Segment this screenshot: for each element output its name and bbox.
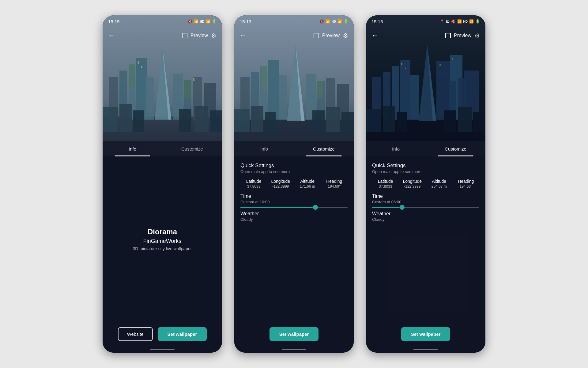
coord-altitude-3: Altitude 264.07 m (426, 179, 453, 189)
time-slider-2[interactable] (240, 207, 348, 208)
tab-info-2[interactable]: Info (234, 141, 294, 156)
coord-label-alt-3: Altitude (426, 179, 453, 184)
preview-checkbox-3[interactable] (445, 33, 451, 38)
coord-label-head-2: Heading (321, 179, 348, 184)
weather-value-2: Cloudy (240, 217, 348, 222)
slider-fill-3 (372, 207, 402, 208)
tab-bar-1: Info Customize (103, 141, 222, 156)
status-icons-1: 🔇 📶 HD 📶 🔋 (188, 19, 217, 24)
coord-latitude-2: Latitude 37.8033 (240, 179, 267, 189)
slider-fill-2 (240, 207, 315, 208)
home-bar-1 (150, 349, 175, 350)
tab-customize-1[interactable]: Customize (162, 141, 222, 156)
signal-icon-1: 📶 (206, 19, 210, 24)
status-icons-3: 📍 🖼 🔇 📶 HD 📶 🔋 (440, 19, 480, 24)
time-setting-2: Time Custom at 16:00 (240, 194, 348, 208)
tab-customize-3[interactable]: Customize (426, 141, 485, 156)
tab-info-3[interactable]: Info (366, 141, 426, 156)
weather-setting-3: Weather Cloudy (372, 211, 479, 222)
bottom-bar-3: Set wallpaper (366, 322, 485, 346)
app-bar-3: ← Preview ⚙ (366, 28, 485, 44)
svg-rect-16 (179, 109, 191, 132)
hd-badge-2: HD (332, 20, 336, 23)
set-wallpaper-button-1[interactable]: Set wallpaper (158, 327, 207, 341)
svg-rect-29 (268, 60, 279, 120)
svg-rect-37 (234, 109, 250, 132)
app-developer-1: FinGameWorks (143, 238, 182, 244)
preview-checkbox-2[interactable] (314, 33, 319, 38)
app-bar-2: ← Preview ⚙ (234, 28, 354, 44)
home-indicator-1 (103, 346, 222, 353)
website-button-1[interactable]: Website (118, 327, 153, 341)
back-button-3[interactable]: ← (371, 32, 378, 40)
coord-label-lon-2: Longitude (267, 179, 294, 184)
status-bar-1: 15:15 🔇 📶 HD 📶 🔋 (103, 15, 222, 28)
set-wallpaper-button-3[interactable]: Set wallpaper (401, 327, 450, 341)
bottom-bar-2: Set wallpaper (234, 322, 354, 346)
weather-label-2: Weather (240, 211, 348, 217)
hd-badge-3: HD (463, 20, 468, 23)
coord-value-lon-2: -122.3999 (267, 184, 294, 189)
wifi-icon-3: 📶 (457, 19, 462, 24)
status-bar-3: 15:13 📍 🖼 🔇 📶 HD 📶 🔋 (366, 15, 485, 28)
time-value-3: Custom at 06:00 (372, 200, 479, 204)
coord-latitude-3: Latitude 37.8033 (372, 179, 399, 189)
section-title-2: Quick Settings (240, 163, 348, 169)
svg-rect-64 (473, 112, 485, 132)
status-time-1: 15:15 (108, 19, 120, 24)
svg-rect-42 (341, 112, 354, 132)
preview-checkbox-1[interactable] (182, 33, 187, 38)
settings-icon-2[interactable]: ⚙ (343, 32, 348, 39)
time-slider-3[interactable] (372, 207, 479, 208)
svg-rect-67 (452, 58, 453, 60)
svg-rect-41 (326, 107, 340, 132)
coord-heading-3: Heading 194.63° (453, 179, 480, 189)
slider-thumb-3[interactable] (400, 205, 405, 210)
home-indicator-2 (234, 346, 354, 353)
weather-label-3: Weather (372, 211, 479, 217)
slider-thumb-2[interactable] (313, 205, 318, 210)
status-time-2: 15:13 (240, 19, 251, 24)
section-title-3: Quick Settings (372, 163, 479, 169)
coord-longitude-3: Longitude -122.3999 (399, 179, 426, 189)
svg-rect-63 (458, 107, 472, 132)
battery-icon-2: 🔋 (344, 19, 348, 24)
back-button-2[interactable]: ← (240, 32, 247, 40)
back-button-1[interactable]: ← (108, 32, 115, 40)
location-icon-3: 📍 (440, 19, 444, 24)
svg-rect-38 (251, 106, 263, 132)
coord-value-head-3: 194.63° (453, 184, 480, 189)
coord-label-lat-2: Latitude (240, 179, 267, 184)
city-background-3: 15:13 📍 🖼 🔇 📶 HD 📶 🔋 ← Preview ⚙ Info (366, 15, 485, 156)
svg-rect-8 (145, 77, 154, 120)
app-bar-1: ← Preview ⚙ (103, 28, 222, 44)
coord-longitude-2: Longitude -122.3999 (267, 179, 294, 189)
coord-value-lat-2: 37.8033 (240, 184, 267, 189)
svg-rect-40 (312, 110, 325, 132)
svg-rect-18 (210, 110, 222, 132)
image-icon-3: 🖼 (446, 19, 450, 24)
tab-info-1[interactable]: Info (103, 141, 162, 156)
app-title-1: Diorama (148, 228, 177, 236)
settings-icon-1[interactable]: ⚙ (211, 32, 217, 39)
status-time-3: 15:13 (371, 19, 383, 24)
svg-rect-44 (317, 81, 323, 98)
coords-row-2: Latitude 37.8033 Longitude -122.3999 Alt… (240, 179, 348, 189)
svg-rect-17 (194, 106, 208, 132)
home-indicator-3 (366, 346, 485, 353)
svg-rect-14 (119, 104, 132, 132)
section-subtitle-2: Open main app to see more (240, 169, 348, 174)
set-wallpaper-button-2[interactable]: Set wallpaper (270, 327, 319, 341)
settings-icon-3[interactable]: ⚙ (474, 32, 480, 39)
coord-label-alt-2: Altitude (294, 179, 321, 184)
phone-1: 15:15 🔇 📶 HD 📶 🔋 ← Preview ⚙ Info (103, 15, 222, 353)
preview-label-1: Preview (190, 33, 208, 38)
home-bar-3 (413, 349, 438, 350)
wifi-icon-2: 📶 (326, 19, 330, 24)
coord-value-lon-3: -122.3999 (399, 184, 426, 189)
tab-bar-2: Info Customize (234, 141, 354, 156)
tab-customize-2[interactable]: Customize (294, 141, 354, 156)
coord-label-lon-3: Longitude (399, 179, 426, 184)
svg-rect-68 (439, 64, 441, 66)
customize-content-3: Quick Settings Open main app to see more… (372, 163, 479, 316)
